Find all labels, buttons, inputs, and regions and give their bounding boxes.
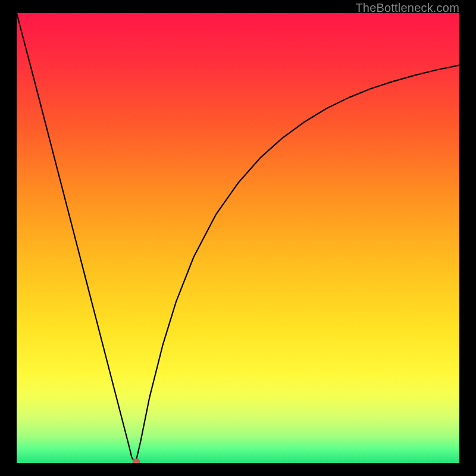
background-gradient	[17, 13, 459, 463]
chart-frame: TheBottleneck.com	[0, 0, 476, 476]
svg-rect-0	[17, 13, 459, 463]
plot-area	[17, 13, 459, 463]
